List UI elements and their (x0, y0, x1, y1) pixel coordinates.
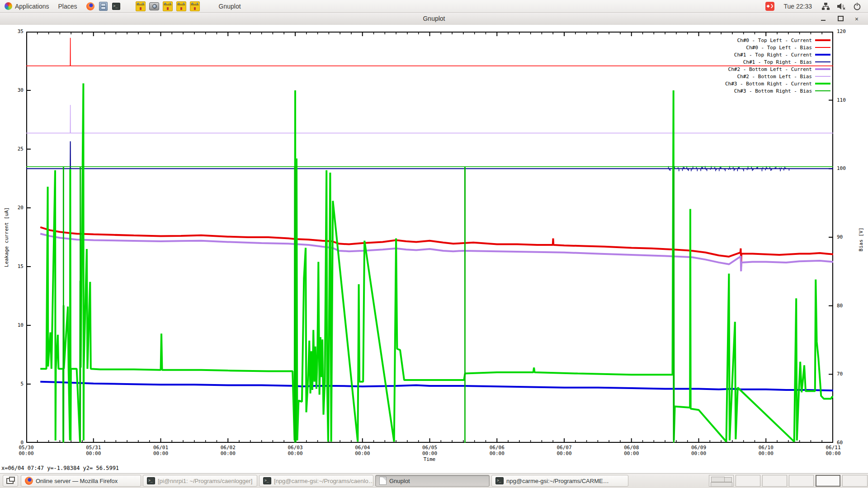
gnuplot-window: Gnuplot ✕ x=06/04 07:47 y=-1.98384 y2= 5… (0, 12, 868, 473)
x-tick-label: 06/02 00:00 (214, 445, 241, 456)
taskbar-button-label: [pi@nnrpi1: ~/Programs/caenlogger] (158, 478, 252, 484)
maximize-button[interactable] (834, 12, 847, 25)
y-axis-title-left: Leakage current [uA] (4, 207, 9, 267)
legend-line-sample (815, 61, 830, 62)
workspace-mini-window (711, 482, 732, 487)
x-tick-label: 06/06 00:00 (483, 445, 510, 456)
workspace-mini-window (724, 477, 732, 482)
y-left-tick-label: 20 (8, 205, 24, 211)
y-right-tick-label: 70 (837, 371, 843, 377)
y-left-tick-label: 30 (8, 87, 24, 93)
taskbar-button-terminal-1[interactable]: >_ [pi@nnrpi1: ~/Programs/caenlogger] (143, 475, 257, 487)
screenshot-launcher-icon[interactable] (149, 2, 159, 10)
places-menu-label: Places (58, 3, 77, 10)
places-menu[interactable]: Places (54, 0, 82, 12)
legend-entry: Ch#1 - Top Right - Current (734, 51, 830, 58)
window-titlebar[interactable]: Gnuplot ✕ (0, 12, 868, 25)
notification-indicator-icon[interactable]: ◆❯ (765, 2, 774, 11)
applications-menu[interactable]: Applications (0, 0, 54, 12)
chart-svg[interactable] (26, 32, 833, 443)
x-tick-label: 06/01 00:00 (147, 445, 175, 456)
x-tick-label: 06/10 00:00 (752, 445, 779, 456)
x-tick-label: 06/08 00:00 (618, 445, 645, 456)
workspace-cell-2[interactable] (736, 475, 760, 487)
legend-line-sample (815, 76, 830, 77)
y-left-tick-label: 35 (8, 28, 24, 34)
volume-muted-icon[interactable] (836, 2, 846, 11)
legend-label: Ch#2 - Bottom Left - Current (728, 66, 812, 72)
legend-line-sample (815, 68, 830, 70)
legend-line-sample (815, 83, 830, 84)
x-tick-label: 06/07 00:00 (551, 445, 578, 456)
legend-line-sample (815, 90, 830, 91)
series-ch-2-bottom-left-current (40, 234, 833, 271)
terminal-icon: >_ (147, 477, 155, 484)
legend-label: Ch#0 - Top Left - Current (737, 38, 812, 43)
close-icon: ✕ (855, 15, 859, 22)
y-left-tick-label: 5 (8, 381, 24, 387)
legend-label: Ch#0 - Top Left - Bias (746, 45, 812, 51)
taskbar-button-gnuplot[interactable]: Gnuplot (375, 475, 490, 487)
legend-line-sample (815, 39, 830, 41)
file-manager-launcher-icon[interactable] (99, 2, 108, 11)
applications-menu-label: Applications (15, 3, 49, 10)
workspace-cell-3[interactable] (762, 475, 787, 487)
legend-entry: Ch#0 - Top Left - Current (737, 37, 830, 44)
show-desktop-button[interactable] (3, 475, 18, 487)
series-ch-1-top-right-bias (26, 141, 833, 169)
taskbar-button-terminal-3[interactable]: >_ npg@carme-gsi:~/Programs/CARME… (491, 475, 628, 487)
taskbar-button-terminal-2[interactable]: >_ [npg@carme-gsi:~/Programs/caenlo… (259, 475, 373, 487)
terminal-icon: >_ (495, 477, 504, 484)
terminal-launcher-icon[interactable]: >_ (112, 3, 120, 10)
y-left-tick-label: 10 (8, 322, 24, 328)
legend-label: Ch#1 - Top Right - Current (734, 52, 812, 58)
bottom-taskbar: Online server — Mozilla Firefox >_ [pi@n… (0, 473, 868, 488)
x-tick-label: 06/09 00:00 (685, 445, 712, 456)
clock-label: Tue 22:33 (783, 3, 812, 10)
firefox-launcher-icon[interactable] (86, 2, 94, 10)
workspace-cell-5-active[interactable] (816, 475, 840, 487)
active-app-indicator[interactable]: Gnuplot (214, 0, 245, 12)
close-button[interactable]: ✕ (850, 12, 863, 25)
series-ch-3-bottom-right-bias (26, 167, 833, 443)
clock[interactable]: Tue 22:33 (779, 0, 816, 12)
workspace-mini-window (711, 477, 725, 482)
series-ch-0-top-left-bias (26, 38, 833, 66)
x-tick-label: 06/04 00:00 (349, 445, 376, 456)
midas-launcher-icon[interactable]: Midas (163, 1, 173, 11)
midas-launcher-icon[interactable]: Midas (176, 1, 186, 11)
legend-entry: Ch#0 - Top Left - Bias (746, 44, 830, 51)
x-tick-label: 06/05 00:00 (416, 445, 443, 456)
taskbar-button-label: [npg@carme-gsi:~/Programs/caenlo… (274, 478, 373, 484)
power-icon[interactable] (853, 2, 862, 11)
firefox-icon (25, 477, 33, 485)
taskbar-button-firefox[interactable]: Online server — Mozilla Firefox (21, 475, 141, 487)
y-right-tick-label: 120 (837, 28, 846, 34)
window-title: Gnuplot (0, 15, 868, 22)
legend-entry: Ch#2 - Bottom Left - Bias (737, 73, 830, 80)
midas-launcher-icon[interactable]: Midas (136, 1, 146, 11)
legend-entry: Ch#3 - Bottom Right - Current (725, 80, 830, 87)
minimize-icon (821, 20, 826, 21)
plot-area[interactable] (26, 32, 833, 443)
x-axis-title: Time (424, 456, 436, 462)
midas-launcher-icon[interactable]: Midas (190, 1, 200, 11)
desktop-screen: Applications Places >_ Midas Midas Midas… (0, 0, 868, 488)
minimize-button[interactable] (816, 12, 830, 25)
top-panel: Applications Places >_ Midas Midas Midas… (0, 0, 868, 13)
distro-logo-icon (5, 2, 12, 10)
y-right-tick-label: 100 (837, 165, 846, 171)
legend-entry: Ch#1 - Top Right - Bias (743, 58, 830, 66)
legend-entry: Ch#3 - Bottom Right - Bias (734, 87, 830, 94)
workspace-cell-6[interactable] (842, 475, 868, 487)
workspace-cell-4[interactable] (789, 475, 814, 487)
legend-label: Ch#1 - Top Right - Bias (743, 59, 812, 65)
legend-label: Ch#3 - Bottom Right - Bias (734, 88, 812, 94)
workspace-cell-1[interactable] (709, 475, 734, 487)
gnuplot-canvas[interactable]: x=06/04 07:47 y=-1.98384 y2= 56.5991 05/… (0, 25, 868, 473)
terminal-icon: >_ (263, 477, 271, 484)
y-right-tick-label: 80 (837, 303, 843, 309)
network-icon[interactable] (821, 2, 830, 11)
y-left-tick-label: 0 (8, 440, 24, 446)
cursor-position-readout: x=06/04 07:47 y=-1.98384 y2= 56.5991 (1, 465, 119, 471)
